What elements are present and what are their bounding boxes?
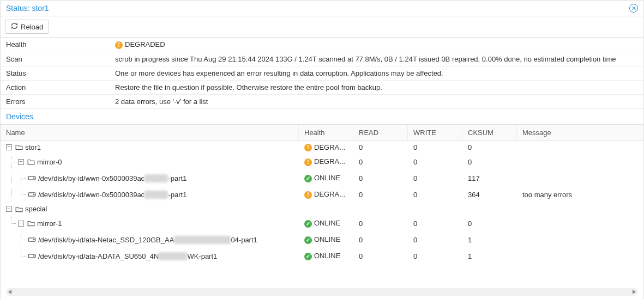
device-name: mirror-0 — [37, 158, 62, 166]
col-message[interactable]: Message — [517, 125, 643, 141]
svg-point-3 — [34, 194, 34, 195]
table-row[interactable]: /dev/disk/by-id/wwn-0x5000039acXXXXX-par… — [1, 170, 643, 186]
folder-icon — [27, 158, 35, 165]
label-action: Action — [1, 80, 110, 94]
reload-label: Reload — [21, 23, 43, 31]
grid-header: Name Health READ WRITE CKSUM Message — [1, 125, 643, 141]
table-row[interactable]: − special — [1, 203, 643, 215]
svg-point-7 — [34, 256, 34, 257]
disk-icon — [28, 191, 36, 198]
col-cksum[interactable]: CKSUM — [462, 125, 517, 141]
label-scan: Scan — [1, 52, 110, 66]
tree-collapse-icon[interactable]: − — [18, 221, 24, 227]
grid-body: − stor1 !DEGRA... 0 0 0 − mirror-0 !DEGR… — [1, 141, 643, 286]
table-row[interactable]: − stor1 !DEGRA... 0 0 0 — [1, 141, 643, 154]
horizontal-scrollbar[interactable] — [6, 288, 638, 296]
value-action: Restore the file in question if possible… — [110, 80, 643, 94]
warning-icon: ! — [304, 144, 312, 151]
panel-header: Status: stor1 ✕ — [1, 1, 643, 16]
table-row[interactable]: /dev/disk/by-id/ata-ADATA_SU650_4NXXXXXX… — [1, 248, 643, 264]
folder-icon — [15, 206, 23, 212]
device-name: /dev/disk/by-id/wwn-0x5000039acXXXXX-par… — [38, 174, 186, 182]
disk-icon — [28, 175, 36, 181]
table-row[interactable]: /dev/disk/by-id/ata-Netac_SSD_120GB_AAXX… — [1, 231, 643, 248]
ok-icon: ✓ — [304, 236, 312, 244]
warning-icon: ! — [304, 158, 312, 166]
table-row[interactable]: /dev/disk/by-id/wwn-0x5000039acXXXXX-par… — [1, 186, 643, 203]
info-table: Health !DEGRADED Scan scrub in progress … — [1, 38, 643, 109]
label-status: Status — [1, 66, 110, 80]
folder-icon — [15, 144, 23, 150]
col-write[interactable]: WRITE — [408, 125, 462, 141]
col-health[interactable]: Health — [299, 125, 353, 141]
tree-collapse-icon[interactable]: − — [6, 144, 12, 150]
refresh-icon — [11, 22, 18, 31]
device-name: /dev/disk/by-id/ata-ADATA_SU650_4NXXXXXX… — [38, 252, 217, 260]
table-row[interactable]: − mirror-1 ✓ONLINE 0 0 0 — [1, 215, 643, 231]
disk-icon — [28, 236, 36, 243]
label-health: Health — [1, 38, 110, 52]
tree-collapse-icon[interactable]: − — [6, 206, 12, 212]
label-errors: Errors — [1, 94, 110, 108]
value-scan: scrub in progress since Thu Aug 29 21:15… — [110, 52, 643, 66]
col-name[interactable]: Name — [1, 125, 299, 141]
status-panel: Status: stor1 ✕ Reload Health !DEGRADED … — [0, 0, 644, 299]
device-name: stor1 — [25, 143, 41, 151]
value-health: !DEGRADED — [110, 38, 643, 52]
value-errors: 2 data errors, use '-v' for a list — [110, 94, 643, 108]
panel-title: Status: stor1 — [6, 4, 49, 13]
toolbar: Reload — [1, 16, 643, 38]
svg-point-5 — [34, 240, 34, 240]
reload-button[interactable]: Reload — [5, 20, 49, 34]
value-status: One or more devices has experienced an e… — [110, 66, 643, 80]
ok-icon: ✓ — [304, 253, 312, 260]
svg-point-1 — [34, 178, 34, 179]
warning-icon: ! — [115, 41, 123, 49]
device-name: special — [25, 205, 47, 213]
device-name: mirror-1 — [37, 219, 62, 228]
disk-icon — [28, 253, 36, 259]
col-read[interactable]: READ — [353, 125, 408, 141]
close-icon[interactable]: ✕ — [629, 4, 638, 13]
ok-icon: ✓ — [304, 220, 312, 228]
tree-collapse-icon[interactable]: − — [18, 159, 24, 165]
warning-icon: ! — [304, 191, 312, 199]
devices-header: Devices — [1, 109, 643, 125]
folder-icon — [27, 220, 35, 227]
ok-icon: ✓ — [304, 175, 312, 182]
table-row[interactable]: − mirror-0 !DEGRA... 0 0 0 — [1, 154, 643, 170]
device-name: /dev/disk/by-id/ata-Netac_SSD_120GB_AAXX… — [38, 236, 257, 244]
device-name: /dev/disk/by-id/wwn-0x5000039acXXXXX-par… — [38, 191, 186, 199]
